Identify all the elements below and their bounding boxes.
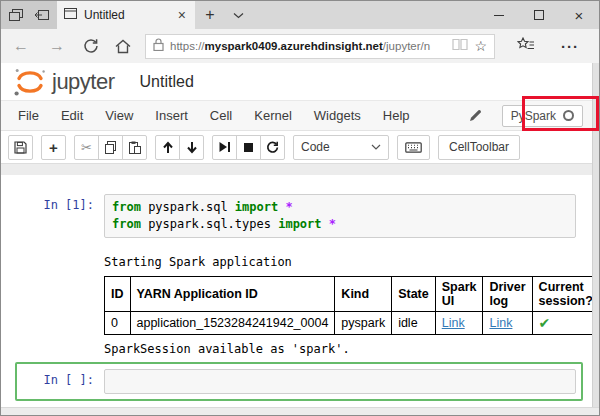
- url-text: https://myspark0409.azurehdinsight.net/j…: [170, 40, 446, 52]
- back-button[interactable]: ←: [11, 37, 31, 55]
- horizontal-scrollbar[interactable]: [1, 407, 599, 415]
- output-text-starting: Starting Spark application: [104, 255, 575, 269]
- refresh-button[interactable]: [83, 38, 99, 54]
- table-cell: idle: [392, 312, 436, 335]
- tab-strip: Untitled × + ×: [1, 1, 599, 29]
- menu-bar: File Edit View Insert Cell Kernel Widget…: [1, 100, 599, 131]
- session-check-icon: ✔: [532, 312, 599, 335]
- menu-help[interactable]: Help: [372, 108, 421, 123]
- jupyter-logo[interactable]: jupyter: [13, 66, 115, 98]
- more-actions-icon[interactable]: ···: [561, 38, 579, 55]
- new-tab-button[interactable]: +: [195, 1, 225, 29]
- copy-cells-button[interactable]: [98, 135, 123, 160]
- column-header: Current session?: [532, 277, 599, 312]
- notebook-title[interactable]: Untitled: [140, 73, 194, 91]
- tab-list-chevron-icon[interactable]: [225, 1, 251, 29]
- maximize-icon: [534, 10, 544, 20]
- menu-cell[interactable]: Cell: [199, 108, 243, 123]
- tab-close-icon[interactable]: ×: [176, 8, 188, 22]
- tab-actions-area: [1, 1, 57, 29]
- column-header: Spark UI: [435, 277, 483, 312]
- edit-mode-pencil-icon: [469, 109, 482, 122]
- minimize-icon: [494, 15, 504, 16]
- column-header: Driver log: [483, 277, 532, 312]
- browser-window: Untitled × + × ← → https://myspark040: [0, 0, 600, 416]
- cut-cells-button[interactable]: ✂: [74, 135, 99, 160]
- code-cell-1[interactable]: In [1]: from pyspark.sql import *from py…: [15, 187, 583, 245]
- tab-page-icon: [64, 8, 77, 22]
- table-row: 0application_1523284241942_0004pysparkid…: [105, 312, 600, 335]
- notebook-area: In [1]: from pyspark.sql import *from py…: [1, 175, 599, 407]
- restart-icon: [266, 141, 279, 154]
- set-aside-tabs-icon[interactable]: [34, 9, 49, 21]
- input-prompt: In [1]:: [22, 194, 104, 238]
- run-icon: [218, 141, 231, 153]
- column-header: ID: [105, 277, 131, 312]
- kernel-highlight-annotation: [522, 96, 599, 131]
- tab-preview-icon[interactable]: [9, 9, 23, 21]
- copy-icon: [104, 141, 117, 154]
- table-cell: 0: [105, 312, 131, 335]
- menu-widgets[interactable]: Widgets: [303, 108, 372, 123]
- chevron-down-icon: [371, 144, 381, 150]
- empty-code-input[interactable]: [104, 369, 576, 394]
- browser-tab[interactable]: Untitled ×: [57, 1, 195, 29]
- cell-type-dropdown[interactable]: Code: [293, 135, 389, 160]
- interrupt-kernel-button[interactable]: [236, 135, 261, 160]
- table-cell: application_1523284241942_0004: [130, 312, 335, 335]
- table-cell: pyspark: [335, 312, 392, 335]
- paste-cells-button[interactable]: [122, 135, 147, 160]
- arrow-up-icon: [162, 141, 174, 154]
- url-domain: myspark0409.azurehdinsight.net: [205, 40, 383, 52]
- cell-toolbar-button[interactable]: CellToolbar: [438, 135, 520, 160]
- input-prompt: In [ ]:: [22, 369, 104, 394]
- minimize-button[interactable]: [479, 1, 519, 29]
- add-cell-button[interactable]: +: [41, 135, 66, 160]
- menu-file[interactable]: File: [7, 108, 50, 123]
- reading-view-icon[interactable]: [452, 37, 468, 55]
- move-cell-up-button[interactable]: [155, 135, 180, 160]
- jupyter-logo-text: jupyter: [52, 69, 115, 95]
- window-controls: ×: [479, 1, 599, 29]
- header-divider: [1, 163, 599, 175]
- spark-session-table: IDYARN Application IDKindStateSpark UIDr…: [104, 276, 599, 335]
- lock-icon: [153, 37, 164, 55]
- tab-title: Untitled: [84, 8, 169, 22]
- menu-edit[interactable]: Edit: [50, 108, 94, 123]
- jupyter-logo-icon: [13, 66, 47, 98]
- url-protocol: https://: [170, 40, 205, 52]
- close-icon: ×: [575, 8, 584, 23]
- code-cell-2-selected[interactable]: In [ ]:: [15, 362, 583, 401]
- move-cell-down-button[interactable]: [179, 135, 204, 160]
- close-button[interactable]: ×: [559, 1, 599, 29]
- address-bar: ← → https://myspark0409.azurehdinsight.n…: [1, 29, 599, 63]
- restart-kernel-button[interactable]: [260, 135, 285, 160]
- cell-output-area: Starting Spark application IDYARN Applic…: [104, 255, 583, 356]
- arrow-down-icon: [186, 141, 198, 154]
- maximize-button[interactable]: [519, 1, 559, 29]
- url-field[interactable]: https://myspark0409.azurehdinsight.net/j…: [145, 34, 495, 59]
- jupyter-header: jupyter Untitled: [1, 63, 599, 100]
- hub-favorites-icon[interactable]: [517, 37, 535, 55]
- menu-insert[interactable]: Insert: [144, 108, 199, 123]
- column-header: Kind: [335, 277, 392, 312]
- forward-button[interactable]: →: [47, 37, 67, 55]
- paste-icon: [128, 141, 141, 154]
- menu-kernel[interactable]: Kernel: [243, 108, 303, 123]
- favorite-star-icon[interactable]: ☆: [474, 38, 487, 54]
- home-button[interactable]: [115, 39, 131, 54]
- table-link[interactable]: Link: [442, 316, 465, 330]
- column-header: State: [392, 277, 436, 312]
- save-icon: [14, 141, 27, 154]
- column-header: YARN Application ID: [130, 277, 335, 312]
- cell-type-value: Code: [301, 140, 330, 154]
- url-path: /jupyter/n: [383, 40, 430, 52]
- notebook-toolbar: + ✂: [1, 131, 599, 163]
- save-button[interactable]: [8, 135, 33, 160]
- code-input[interactable]: from pyspark.sql import *from pyspark.sq…: [104, 194, 576, 238]
- menu-view[interactable]: View: [94, 108, 144, 123]
- run-cell-button[interactable]: [212, 135, 237, 160]
- output-text-session: SparkSession available as 'spark'.: [104, 342, 575, 356]
- command-palette-button[interactable]: [397, 135, 430, 160]
- table-link[interactable]: Link: [489, 316, 512, 330]
